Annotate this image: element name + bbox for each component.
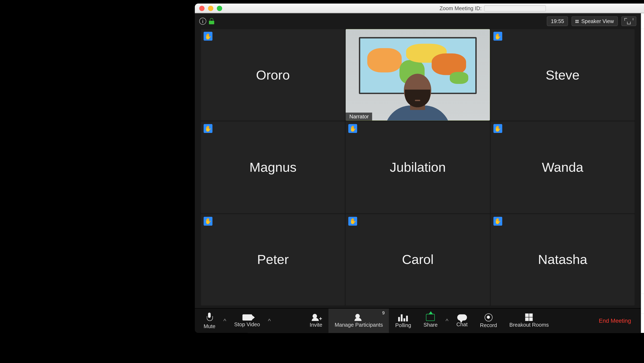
video-tile-wanda[interactable]: ✋Wanda (491, 122, 635, 213)
video-name-label: Jubilation (390, 160, 446, 175)
video-name-label: Ororo (256, 68, 290, 83)
raised-hand-icon: ✋ (204, 32, 212, 41)
raised-hand-icon: ✋ (493, 124, 502, 133)
record-icon (484, 313, 492, 321)
end-meeting-button[interactable]: End Meeting (592, 317, 638, 324)
manage-label: Manage Participants (335, 322, 383, 328)
participant-row[interactable]: PPeter✋ (641, 129, 644, 146)
participant-row[interactable]: WWanda✋ (641, 112, 644, 129)
stop-video-label: Stop Video (234, 321, 260, 327)
polling-button[interactable]: Polling (389, 309, 417, 333)
video-tile-peter[interactable]: ✋Peter (201, 214, 345, 305)
chat-button[interactable]: Chat (450, 309, 474, 333)
meeting-timer: 19:55 (547, 17, 568, 26)
participant-row[interactable]: NNatasha✋ (641, 162, 644, 179)
raised-hand-icon: ✋ (348, 217, 357, 225)
participant-row[interactable]: SSteve✋ (641, 179, 644, 196)
participant-row[interactable]: MMagnus✋ (641, 79, 644, 95)
active-video-feed (346, 29, 490, 121)
video-tile-natasha[interactable]: ✋Natasha (491, 214, 635, 305)
video-tile-magnus[interactable]: ✋Magnus (201, 122, 345, 213)
view-label: Speaker View (581, 18, 614, 24)
meeting-toolbar: Mute ^ Stop Video ^ + Invite (195, 308, 641, 333)
video-chevron[interactable]: ^ (266, 317, 272, 324)
timer-value: 19:55 (551, 18, 564, 24)
close-window-icon[interactable] (199, 6, 204, 11)
raised-hand-icon: ✋ (204, 124, 212, 133)
breakout-rooms-button[interactable]: Breakout Rooms (503, 309, 555, 333)
video-name-label: Wanda (542, 160, 584, 175)
raised-hand-icon: ✋ (493, 32, 502, 41)
zoom-window: Zoom Meeting ID: i 19:55 (195, 4, 644, 333)
video-name-label: Natasha (538, 252, 587, 267)
participants-list: Narrator (Host, me)OOroro✋MMagnus✋JJubil… (641, 45, 644, 294)
stop-video-button[interactable]: Stop Video (228, 309, 266, 333)
share-label: Share (424, 322, 438, 328)
participants-count-badge: 9 (382, 310, 385, 315)
lock-icon (209, 18, 214, 24)
meeting-top-strip: i 19:55 Speaker View (195, 13, 641, 29)
participants-header: ⌄ Participants (9) (641, 13, 644, 29)
invite-label: Invite (310, 322, 322, 328)
participants-panel: ⌄ Participants (9) Narrator (Host, me)OO… (641, 13, 644, 333)
video-name-label: Carol (402, 252, 434, 267)
breakout-label: Breakout Rooms (509, 322, 549, 328)
video-tile-steve[interactable]: ✋Steve (491, 29, 635, 121)
video-grid: ✋Ororo Narrator✋Steve✋Magnus✋Jubilation✋… (195, 29, 641, 308)
mute-label: Mute (204, 323, 215, 329)
video-tile-narrator[interactable]: Narrator (346, 29, 490, 121)
camera-icon (242, 314, 252, 320)
meeting-main-area: i 19:55 Speaker View (195, 13, 641, 333)
invite-button[interactable]: + Invite (304, 309, 329, 333)
microphone-icon (206, 312, 213, 322)
video-name-label: Steve (546, 68, 580, 83)
video-name-label: Magnus (250, 160, 296, 175)
speaker-silhouette (385, 68, 451, 121)
breakout-icon (525, 313, 533, 321)
participant-row[interactable]: Narrator (Host, me) (641, 45, 644, 62)
mute-chevron[interactable]: ^ (222, 317, 228, 324)
record-button[interactable]: Record (474, 309, 503, 333)
manage-participants-button[interactable]: 9 Manage Participants (328, 309, 389, 333)
video-tile-jubilation[interactable]: ✋Jubilation (346, 122, 490, 213)
polling-label: Polling (395, 322, 411, 328)
share-chevron[interactable]: ^ (444, 317, 450, 324)
invite-icon: + (312, 314, 320, 321)
chat-icon (457, 314, 467, 320)
video-name-label: Narrator (346, 113, 372, 121)
speaker-view-button[interactable]: Speaker View (572, 17, 618, 26)
traffic-lights (195, 6, 222, 11)
record-label: Record (480, 322, 497, 328)
polling-icon (398, 313, 408, 321)
share-button[interactable]: Share (417, 309, 444, 333)
video-tile-carol[interactable]: ✋Carol (346, 214, 490, 305)
gallery-icon (576, 20, 579, 23)
reactions-bar: ✓ yes ✕ no « go slower » go faster (641, 294, 644, 313)
mute-button[interactable]: Mute (198, 309, 222, 333)
participant-row[interactable]: OOroro✋ (641, 62, 644, 79)
participants-icon (354, 314, 363, 321)
share-icon (426, 314, 435, 321)
participant-row[interactable]: CCarol✋ (641, 146, 644, 163)
raised-hand-icon: ✋ (348, 124, 357, 133)
raised-hand-icon: ✋ (493, 217, 502, 225)
meeting-id-field[interactable] (484, 5, 546, 11)
end-meeting-label: End Meeting (599, 317, 631, 324)
raised-hand-icon: ✋ (204, 217, 212, 225)
participants-footer: Mute All Unmute All More ⌄ (641, 313, 644, 333)
fullscreen-icon-2 (627, 18, 633, 24)
video-tile-ororo[interactable]: ✋Ororo (201, 29, 345, 121)
window-title: Zoom Meeting ID: (440, 5, 482, 11)
maximize-window-icon[interactable] (217, 6, 222, 11)
video-name-label: Peter (257, 252, 288, 267)
fullscreen-button[interactable] (622, 17, 636, 26)
minimize-window-icon[interactable] (208, 6, 214, 11)
participant-row[interactable]: JJubilation✋ (641, 95, 644, 112)
info-icon[interactable]: i (199, 18, 206, 25)
mac-titlebar: Zoom Meeting ID: (195, 4, 644, 13)
